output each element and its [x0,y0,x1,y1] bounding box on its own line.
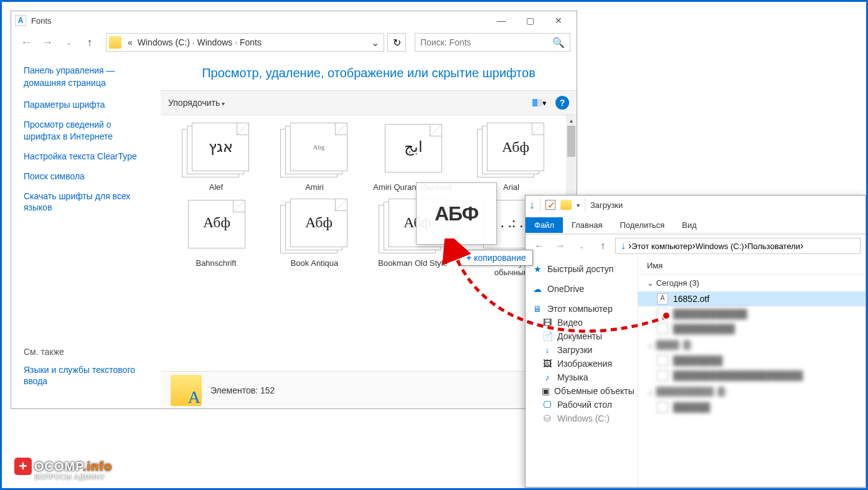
maximize-button[interactable]: ▢ [516,12,544,29]
tab-share[interactable]: Поделиться [611,217,673,233]
sidebar-link-see-also[interactable]: Языки и службы текстового ввода [24,364,148,387]
sidebar-link[interactable]: Настройка текста ClearType [24,151,148,162]
tree-item[interactable]: ⛁Windows (C:) [532,412,631,425]
music-icon: ♪ [542,372,553,382]
plus-icon: + [466,253,471,263]
search-box[interactable]: 🔍 [415,33,570,52]
organize-button[interactable]: Упорядочить [168,98,225,108]
sidebar-link[interactable]: Поиск символа [24,171,148,182]
forward-button[interactable]: → [39,34,56,51]
forward-button[interactable]: → [552,237,569,255]
tree-item[interactable]: ♪Музыка [532,370,631,384]
scroll-up-icon[interactable]: ▴ [566,115,577,126]
nav-tree: ★Быстрый доступ ☁OneDrive 🖥Этот компьюте… [526,257,638,487]
toolbar: Упорядочить ▾ ? [161,90,577,115]
tree-item[interactable]: 📄Документы [532,329,631,343]
status-text: Элементов: 152 [210,385,275,395]
tab-home[interactable]: Главная [563,217,611,233]
watermark-plus-icon: + [14,458,32,475]
file-item[interactable]: ████████████ [638,306,866,321]
font-item[interactable]: ابجAmiri Quran обычный [366,123,460,192]
group-blurred: ██████████ (█) [638,383,866,400]
watermark-sub: ВОПРОСЫ АДМИНУ [34,473,112,481]
downloads-window: ↓ ✓ ▾ Загрузки Файл Главная Поделиться В… [525,195,866,488]
sidebar-link[interactable]: Просмотр сведений о шрифтах в Интернете [24,119,148,141]
breadcrumb-part[interactable]: Windows [194,37,235,47]
column-header-name[interactable]: Имя [638,257,866,275]
group-blurred: ████ (█) [638,336,866,353]
address-dropdown[interactable]: ⌄ [369,37,381,49]
breadcrumb-part[interactable]: Fonts [237,37,264,47]
video-icon: 🎞 [542,318,553,327]
sidebar-link[interactable]: Параметры шрифта [24,99,148,110]
font-label: Alef [209,182,223,192]
documents-icon: 📄 [542,331,553,341]
copy-tooltip-text: копирование [474,253,526,263]
breadcrumb-part[interactable]: Windows (C:) [696,242,744,251]
main-pane: Просмотр, удаление, отображение или скры… [161,55,577,408]
dl-address-bar[interactable]: ↓ › Этот компьютер › Windows (C:) › Поль… [615,238,861,254]
file-item[interactable]: ██████████ [638,321,866,336]
up-button[interactable]: ↑ [81,34,98,51]
up-button[interactable]: ↑ [594,237,611,255]
help-button[interactable]: ? [555,96,569,110]
tree-item[interactable]: ▣Объемные объекты [532,384,631,398]
tree-item[interactable]: 🎞Видео [532,316,631,329]
tree-quick-access[interactable]: ★Быстрый доступ [532,262,631,276]
address-bar[interactable]: « Windows (C:) › Windows › Fonts ⌄ [106,33,384,52]
recent-dropdown[interactable]: ⌄ [60,34,77,51]
checkbox-icon[interactable]: ✓ [545,200,555,210]
tab-file[interactable]: Файл [526,217,563,233]
close-button[interactable]: ✕ [544,12,573,29]
font-item[interactable]: АбфArial [465,123,558,192]
font-file-icon [657,293,668,304]
file-item[interactable]: █████████████████████ [638,368,866,383]
group-today[interactable]: Сегодня (3) [638,275,866,291]
pictures-icon: 🖼 [542,359,553,369]
file-item[interactable]: ████████ [638,353,866,368]
refresh-button[interactable]: ↻ [387,33,406,52]
recent-dropdown[interactable]: ⌄ [573,237,590,255]
tab-view[interactable]: Вид [673,217,705,233]
breadcrumb-part[interactable]: Пользователи [747,242,800,251]
nav-bar: ← → ⌄ ↑ « Windows (C:) › Windows › Fonts… [11,30,577,55]
control-panel-home-link[interactable]: Панель управления — домашняя страница [24,65,148,89]
breadcrumb-part[interactable]: Windows (C:) [135,37,192,47]
file-item-selected[interactable]: 16852.otf [638,291,866,306]
minimize-button[interactable]: — [487,12,516,29]
watermark-brand: OCOMP.info [34,459,112,474]
copy-tooltip: + копирование [460,250,533,266]
quick-access-icon[interactable]: ↓ [529,199,535,212]
search-input[interactable] [420,37,552,47]
font-item[interactable]: אגץAlef [169,123,263,192]
tree-onedrive[interactable]: ☁OneDrive [532,282,631,296]
font-item[interactable]: АбфBahnschrift [169,199,263,278]
font-item[interactable]: АбфBook Antiqua [268,199,361,278]
star-icon: ★ [532,264,543,274]
status-bar: Элементов: 152 [161,371,577,408]
window-title: Fonts [31,16,487,26]
file-name: 16852.otf [673,294,709,304]
scroll-thumb[interactable] [567,126,575,157]
file-item[interactable]: ██████ [638,400,866,415]
drag-ghost-text: АБФ [435,202,478,225]
file-list: Имя Сегодня (3) 16852.otf ████████████ █… [638,257,866,487]
file-icon [657,323,668,334]
tree-item[interactable]: 🖼Изображения [532,357,631,370]
desktop-icon: 🖵 [542,400,553,410]
back-button[interactable]: ← [531,237,548,255]
breadcrumb-part[interactable]: Этот компьютер [631,242,692,251]
tree-item[interactable]: ↓Загрузки [532,343,631,357]
font-item[interactable]: AbgAmiri [268,123,361,192]
dl-nav-bar: ← → ⌄ ↑ ↓ › Этот компьютер › Windows (C:… [526,235,866,257]
view-mode-button[interactable]: ▾ [529,95,549,110]
pc-icon: 🖥 [532,304,543,314]
tree-item[interactable]: 🖵Рабочий стол [532,398,631,412]
font-preview-icon: ابج [379,123,447,179]
tree-this-pc[interactable]: 🖥Этот компьютер [532,302,631,316]
back-button[interactable]: ← [17,34,35,51]
divider [540,199,540,211]
sidebar-link[interactable]: Скачать шрифты для всех языков [24,191,148,213]
qa-dropdown[interactable]: ▾ [577,202,580,209]
sidebar: Панель управления — домашняя страница Па… [11,55,161,408]
